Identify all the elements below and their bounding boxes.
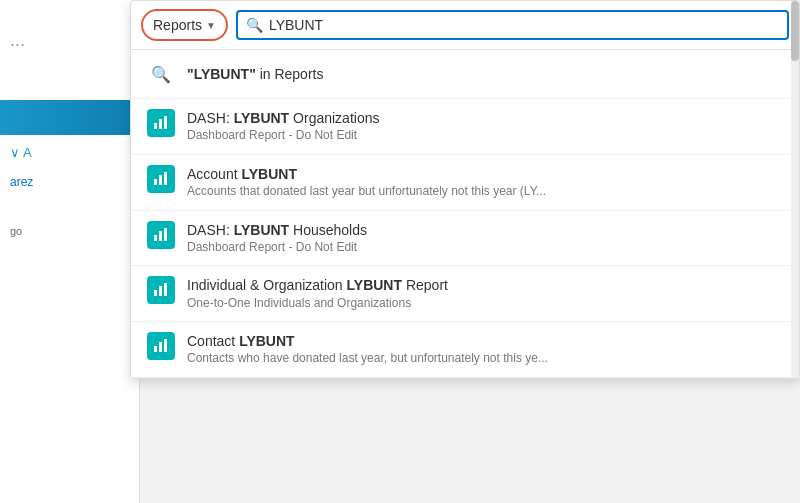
report-icon-3 bbox=[147, 276, 175, 304]
svg-rect-14 bbox=[164, 339, 167, 352]
result-subtitle-3: One-to-One Individuals and Organizations bbox=[187, 296, 783, 312]
scroll-track bbox=[791, 1, 799, 378]
report-icon-4 bbox=[147, 332, 175, 360]
result-subtitle-1: Accounts that donated last year but unfo… bbox=[187, 184, 783, 200]
search-input-wrapper: 🔍 bbox=[236, 10, 789, 40]
result-text-0: DASH: LYBUNT Organizations Dashboard Rep… bbox=[187, 109, 783, 144]
search-results-list: 🔍 "LYBUNT" in Reports DASH: LYBUNT Organ… bbox=[131, 50, 799, 378]
list-item[interactable]: Account LYBUNT Accounts that donated las… bbox=[131, 155, 799, 211]
sidebar-blue-bar bbox=[0, 100, 139, 135]
result-subtitle-4: Contacts who have donated last year, but… bbox=[187, 351, 783, 367]
search-in-query: "LYBUNT" bbox=[187, 66, 256, 82]
bar-chart-icon bbox=[153, 115, 169, 131]
result-title-0: DASH: LYBUNT Organizations bbox=[187, 109, 783, 127]
title-bold-3: LYBUNT bbox=[347, 277, 403, 293]
svg-rect-2 bbox=[164, 116, 167, 129]
bar-chart-icon bbox=[153, 227, 169, 243]
svg-rect-1 bbox=[159, 119, 162, 129]
search-in-label: "LYBUNT" in Reports bbox=[187, 66, 323, 82]
svg-rect-9 bbox=[154, 290, 157, 296]
list-item[interactable]: DASH: LYBUNT Households Dashboard Report… bbox=[131, 211, 799, 267]
list-item[interactable]: Contact LYBUNT Contacts who have donated… bbox=[131, 322, 799, 378]
title-post-0: Organizations bbox=[289, 110, 379, 126]
title-pre-2: DASH: bbox=[187, 222, 234, 238]
search-input[interactable] bbox=[269, 17, 779, 33]
svg-rect-13 bbox=[159, 342, 162, 352]
chevron-down-icon: ▼ bbox=[206, 20, 216, 31]
title-bold-4: LYBUNT bbox=[239, 333, 295, 349]
reports-button-label: Reports bbox=[153, 17, 202, 33]
sidebar-strip: ... ∨ A arez go bbox=[0, 0, 140, 503]
report-icon-2 bbox=[147, 221, 175, 249]
search-overlay: Reports ▼ 🔍 🔍 "LYBUNT" in Reports bbox=[130, 0, 800, 379]
report-icon-0 bbox=[147, 109, 175, 137]
result-title-1: Account LYBUNT bbox=[187, 165, 783, 183]
result-title-2: DASH: LYBUNT Households bbox=[187, 221, 783, 239]
result-subtitle-0: Dashboard Report - Do Not Edit bbox=[187, 128, 783, 144]
scroll-thumb[interactable] bbox=[791, 1, 799, 61]
result-subtitle-2: Dashboard Report - Do Not Edit bbox=[187, 240, 783, 256]
result-title-3: Individual & Organization LYBUNT Report bbox=[187, 276, 783, 294]
svg-rect-6 bbox=[154, 235, 157, 241]
search-in-icon: 🔍 bbox=[147, 60, 175, 88]
result-title-4: Contact LYBUNT bbox=[187, 332, 783, 350]
svg-rect-4 bbox=[159, 175, 162, 185]
sidebar-name: arez bbox=[10, 175, 33, 189]
search-glyph-icon: 🔍 bbox=[151, 65, 171, 84]
search-icon: 🔍 bbox=[246, 17, 263, 33]
sidebar-go: go bbox=[10, 225, 22, 237]
sidebar-dots: ... bbox=[10, 30, 25, 51]
result-text-4: Contact LYBUNT Contacts who have donated… bbox=[187, 332, 783, 367]
title-pre-4: Contact bbox=[187, 333, 239, 349]
title-post-3: Report bbox=[402, 277, 448, 293]
list-item[interactable]: Individual & Organization LYBUNT Report … bbox=[131, 266, 799, 322]
bar-chart-icon bbox=[153, 282, 169, 298]
svg-rect-0 bbox=[154, 123, 157, 129]
result-text-1: Account LYBUNT Accounts that donated las… bbox=[187, 165, 783, 200]
title-bold-0: LYBUNT bbox=[234, 110, 290, 126]
bar-chart-icon bbox=[153, 338, 169, 354]
svg-rect-10 bbox=[159, 286, 162, 296]
reports-dropdown-button[interactable]: Reports ▼ bbox=[141, 9, 228, 41]
title-pre-1: Account bbox=[187, 166, 241, 182]
search-in-reports-row[interactable]: 🔍 "LYBUNT" in Reports bbox=[131, 50, 799, 99]
svg-rect-3 bbox=[154, 179, 157, 185]
title-post-2: Households bbox=[289, 222, 367, 238]
report-icon-1 bbox=[147, 165, 175, 193]
result-text-3: Individual & Organization LYBUNT Report … bbox=[187, 276, 783, 311]
list-item[interactable]: DASH: LYBUNT Organizations Dashboard Rep… bbox=[131, 99, 799, 155]
title-bold-1: LYBUNT bbox=[241, 166, 297, 182]
sidebar-arrow: ∨ A bbox=[10, 145, 32, 160]
search-header: Reports ▼ 🔍 bbox=[131, 1, 799, 50]
bar-chart-icon bbox=[153, 171, 169, 187]
svg-rect-11 bbox=[164, 283, 167, 296]
svg-rect-8 bbox=[164, 228, 167, 241]
search-in-context: in Reports bbox=[256, 66, 324, 82]
result-text-2: DASH: LYBUNT Households Dashboard Report… bbox=[187, 221, 783, 256]
title-pre-0: DASH: bbox=[187, 110, 234, 126]
svg-rect-7 bbox=[159, 231, 162, 241]
svg-rect-5 bbox=[164, 172, 167, 185]
title-pre-3: Individual & Organization bbox=[187, 277, 347, 293]
title-bold-2: LYBUNT bbox=[234, 222, 290, 238]
svg-rect-12 bbox=[154, 346, 157, 352]
